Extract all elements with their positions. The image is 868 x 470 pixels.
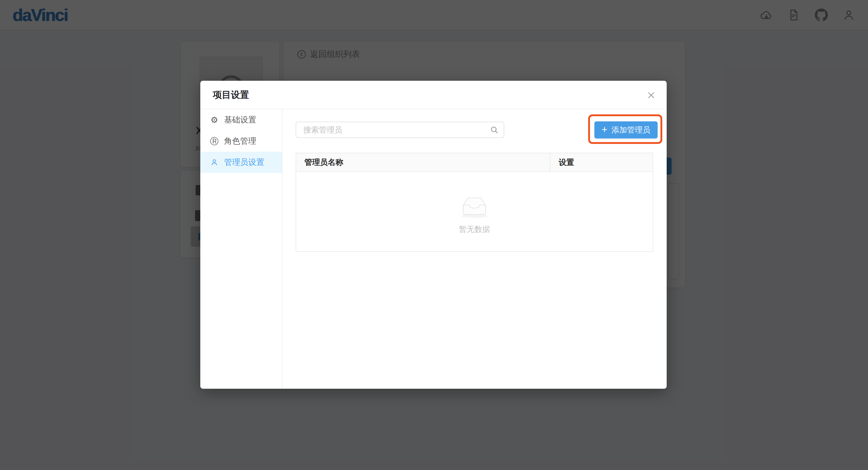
project-settings-modal: 项目设置 ⚙ 基础设置 Ⓡ 角色管理: [200, 81, 667, 389]
add-admin-button[interactable]: + 添加管理员: [594, 122, 658, 138]
plus-icon: +: [602, 125, 607, 134]
menu-item-label: 角色管理: [224, 136, 256, 146]
menu-item-label: 基础设置: [224, 114, 256, 125]
admins-table: 管理员名称 设置 暂无数据: [296, 153, 653, 252]
column-header-admin-name: 管理员名称: [296, 153, 550, 171]
empty-box-icon: [459, 194, 490, 219]
add-admin-button-label: 添加管理员: [612, 125, 650, 135]
modal-body: ⚙ 基础设置 Ⓡ 角色管理 管理员设置: [200, 109, 667, 388]
admin-search-box: [296, 122, 504, 138]
table-body: 暂无数据: [296, 172, 653, 251]
admin-search-input[interactable]: [296, 126, 490, 134]
menu-item-admin-settings[interactable]: 管理员设置: [200, 152, 282, 173]
gear-icon: ⚙: [210, 115, 219, 125]
empty-state: 暂无数据: [296, 194, 653, 235]
registered-icon: Ⓡ: [210, 136, 219, 146]
user-icon: [210, 158, 219, 167]
admin-settings-panel: + 添加管理员 管理员名称 设置: [282, 109, 667, 388]
menu-item-role-management[interactable]: Ⓡ 角色管理: [200, 130, 282, 152]
menu-item-basic-settings[interactable]: ⚙ 基础设置: [200, 109, 282, 130]
close-icon[interactable]: [645, 89, 657, 101]
modal-header: 项目设置: [200, 81, 667, 109]
column-header-settings: 设置: [550, 153, 653, 171]
menu-item-label: 管理员设置: [224, 157, 264, 168]
search-icon[interactable]: [490, 125, 499, 135]
modal-title: 项目设置: [213, 89, 249, 101]
table-header-row: 管理员名称 设置: [296, 153, 653, 172]
settings-menu: ⚙ 基础设置 Ⓡ 角色管理 管理员设置: [200, 109, 282, 388]
screen: daVinci: [0, 0, 868, 470]
empty-text: 暂无数据: [459, 224, 490, 235]
